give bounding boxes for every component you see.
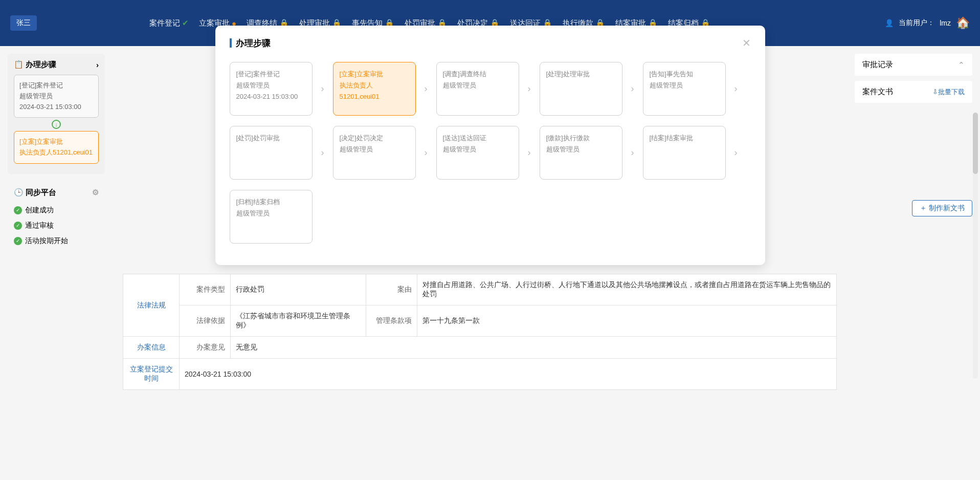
chevron-right-icon: › [622, 147, 643, 158]
close-icon[interactable]: ✕ [742, 37, 751, 49]
step-grid: [登记]案件登记超级管理员2024-03-21 15:03:00›[立案]立案审… [230, 62, 751, 254]
steps-modal: 办理步骤 ✕ [登记]案件登记超级管理员2024-03-21 15:03:00›… [215, 26, 765, 265]
step-cell: [送达]送达回证超级管理员› [436, 126, 540, 180]
step-cell: [结案]结案审批› [643, 126, 746, 180]
step-title: [登记]案件登记 [236, 69, 306, 80]
step-box[interactable]: [送达]送达回证超级管理员 [436, 126, 519, 180]
step-time: 2024-03-21 15:03:00 [236, 93, 298, 100]
step-cell: [调查]调查终结超级管理员› [436, 62, 540, 116]
chevron-right-icon: › [313, 83, 333, 94]
step-title: [告知]事先告知 [650, 69, 719, 80]
chevron-right-icon: › [726, 83, 746, 94]
modal-overlay: 办理步骤 ✕ [登记]案件登记超级管理员2024-03-21 15:03:00›… [0, 0, 980, 480]
step-title: [处罚]处罚审批 [236, 133, 306, 144]
step-box[interactable]: [处理]处理审批 [540, 62, 622, 116]
title-accent-bar [230, 38, 232, 48]
step-title: [调查]调查终结 [443, 69, 513, 80]
step-assignee: 超级管理员 [340, 145, 373, 153]
step-cell: [决定]处罚决定超级管理员› [333, 126, 436, 180]
step-assignee: 超级管理员 [546, 145, 580, 153]
step-cell: [归档]结案归档超级管理员 [230, 190, 333, 244]
step-box[interactable]: [登记]案件登记超级管理员2024-03-21 15:03:00 [230, 62, 313, 116]
step-title: [结案]结案审批 [650, 133, 719, 144]
step-cell: [处罚]处罚审批› [230, 126, 333, 180]
step-assignee: 超级管理员 [443, 81, 476, 89]
chevron-right-icon: › [416, 147, 436, 158]
step-box[interactable]: [告知]事先告知超级管理员 [643, 62, 726, 116]
step-box[interactable]: [调查]调查终结超级管理员 [436, 62, 519, 116]
step-box[interactable]: [决定]处罚决定超级管理员 [333, 126, 416, 180]
step-title: [缴款]执行缴款 [546, 133, 616, 144]
step-cell: [立案]立案审批执法负责人51201,ceui01› [333, 62, 436, 116]
step-box[interactable]: [处罚]处罚审批 [230, 126, 313, 180]
chevron-right-icon: › [416, 83, 436, 94]
step-title: [处理]处理审批 [546, 69, 616, 80]
step-title: [立案]立案审批 [340, 69, 409, 80]
step-assignee: 超级管理员 [443, 145, 476, 153]
step-title: [决定]处罚决定 [340, 133, 409, 144]
chevron-right-icon: › [519, 83, 540, 94]
step-assignee: 超级管理员 [236, 81, 270, 89]
step-cell: [处理]处理审批› [540, 62, 643, 116]
chevron-right-icon: › [726, 147, 746, 158]
step-box[interactable]: [缴款]执行缴款超级管理员 [540, 126, 622, 180]
step-assignee: 超级管理员 [650, 81, 683, 89]
step-assignee: 执法负责人51201,ceui01 [340, 81, 380, 100]
step-cell: [告知]事先告知超级管理员› [643, 62, 746, 116]
step-box[interactable]: [立案]立案审批执法负责人51201,ceui01 [333, 62, 416, 116]
step-assignee: 超级管理员 [236, 209, 270, 217]
chevron-right-icon: › [622, 83, 643, 94]
step-cell: [缴款]执行缴款超级管理员› [540, 126, 643, 180]
chevron-right-icon: › [313, 147, 333, 158]
modal-title: 办理步骤 [236, 37, 271, 49]
step-title: [送达]送达回证 [443, 133, 513, 144]
step-box[interactable]: [结案]结案审批 [643, 126, 726, 180]
step-box[interactable]: [归档]结案归档超级管理员 [230, 190, 313, 244]
modal-header: 办理步骤 ✕ [230, 37, 751, 49]
step-title: [归档]结案归档 [236, 197, 306, 208]
step-cell: [登记]案件登记超级管理员2024-03-21 15:03:00› [230, 62, 333, 116]
chevron-right-icon: › [519, 147, 540, 158]
